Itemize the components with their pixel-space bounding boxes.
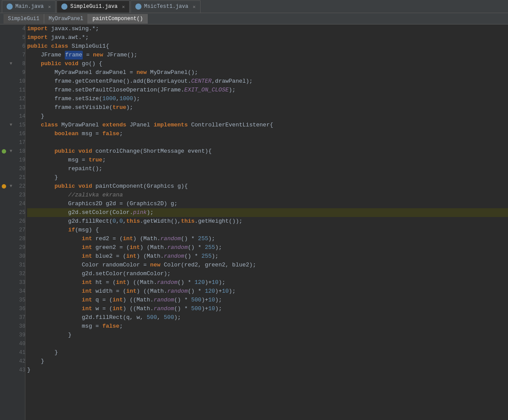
code-line: boolean msg = false;: [27, 130, 508, 138]
code-line: class MyDrawPanel extends JPanel impleme…: [27, 121, 508, 130]
gutter-row: 6: [0, 42, 25, 51]
line-number: 10: [14, 77, 25, 86]
gutter-row: 25: [0, 208, 25, 217]
line-number: 40: [14, 340, 25, 348]
gutter-row: 4: [0, 24, 25, 33]
gutter-row: 10: [0, 77, 25, 86]
code-line: public void controlChange(ShortMessage e…: [27, 147, 508, 156]
line-number: 22: [14, 182, 25, 191]
line-number: 12: [14, 94, 25, 103]
code-line: g2d.fillRect(q, w, 500, 500);: [27, 313, 508, 322]
gutter-row: 16: [0, 130, 25, 138]
fold-arrow[interactable]: ▼: [10, 147, 12, 156]
code-line: [27, 340, 508, 348]
code-line: int q = (int) ((Math.random() * 500)+10)…: [27, 296, 508, 304]
gutter-row: 30: [0, 252, 25, 261]
editor-container: 4567▼891011121314▼151617▼18192021▼222324…: [0, 24, 508, 420]
line-number: 7: [14, 51, 25, 60]
code-line: public class SimpleGui1{: [27, 42, 508, 51]
line-numbers-gutter: 4567▼891011121314▼151617▼18192021▼222324…: [0, 24, 25, 420]
line-number: 4: [14, 24, 25, 33]
line-number: 25: [14, 208, 25, 217]
gutter-row: 7: [0, 51, 25, 60]
code-line: int w = (int) ((Math.random() * 500)+10)…: [27, 304, 508, 313]
breadcrumb-mydrawpanel[interactable]: MyDrawPanel: [44, 14, 88, 24]
line-number: 37: [14, 313, 25, 322]
fold-arrow[interactable]: ▼: [10, 121, 12, 130]
line-number: 31: [14, 261, 25, 270]
tab-simplegui[interactable]: SimpleGui1.java ✕: [56, 0, 130, 13]
gutter-row: 19: [0, 156, 25, 164]
tab-main[interactable]: Main.java ✕: [2, 0, 56, 13]
code-line: public void go() {: [27, 60, 508, 68]
gutter-row: 39: [0, 331, 25, 340]
line-number: 14: [14, 112, 25, 121]
tab-close-main[interactable]: ✕: [48, 4, 51, 10]
gutter-row: ▼18: [0, 147, 25, 156]
gutter-row: 11: [0, 86, 25, 94]
code-line: g2d.setColor(randomColor);: [27, 270, 508, 278]
tab-icon-main: [7, 4, 13, 10]
gutter-row: 35: [0, 296, 25, 304]
code-line: g2d.fillRect(0,0,this.getWidth(),this.ge…: [27, 217, 508, 226]
code-line: frame.setVisible(true);: [27, 103, 508, 112]
ide-window: Main.java ✕ SimpleGui1.java ✕ MsicTest1.…: [0, 0, 508, 420]
code-line: }: [27, 348, 508, 357]
gutter-row: ▼8: [0, 60, 25, 68]
code-line: }: [27, 173, 508, 182]
line-number: 19: [14, 156, 25, 164]
code-line: frame.getContentPane().add(BorderLayout.…: [27, 77, 508, 86]
line-number: 16: [14, 130, 25, 138]
gutter-row: 34: [0, 287, 25, 296]
code-line: import javax.swing.*;: [27, 24, 508, 33]
fold-arrow[interactable]: ▼: [10, 182, 12, 191]
code-line: }: [27, 357, 508, 366]
gutter-row: 31: [0, 261, 25, 270]
breadcrumb-paintcomponent[interactable]: paintComponent(): [88, 14, 148, 24]
line-number: 43: [14, 366, 25, 374]
line-number: 9: [14, 68, 25, 77]
gutter-row: 12: [0, 94, 25, 103]
gutter-row: 5: [0, 33, 25, 42]
line-number: 30: [14, 252, 25, 261]
fold-arrow[interactable]: ▼: [10, 60, 12, 68]
gutter-row: 20: [0, 164, 25, 173]
line-number: 20: [14, 164, 25, 173]
code-line: Graphics2D g2d = (Graphics2D) g;: [27, 200, 508, 208]
gutter-row: 32: [0, 270, 25, 278]
line-number: 8: [14, 60, 25, 68]
code-editor[interactable]: 4567▼891011121314▼151617▼18192021▼222324…: [0, 24, 508, 420]
gutter-row: 40: [0, 340, 25, 348]
gutter-row: 17: [0, 138, 25, 147]
line-number: 36: [14, 304, 25, 313]
gutter-row: 33: [0, 278, 25, 287]
code-line: Color randomColor = new Color(red2, gree…: [27, 261, 508, 270]
line-number: 13: [14, 103, 25, 112]
line-number: 23: [14, 191, 25, 200]
tab-msictest[interactable]: MsicTest1.java ✕: [131, 0, 200, 13]
line-number: 24: [14, 200, 25, 208]
line-number: 26: [14, 217, 25, 226]
code-line: }: [27, 112, 508, 121]
code-line: repaint();: [27, 164, 508, 173]
code-line: }: [27, 366, 508, 374]
code-line: MyDrawPanel drawPanel = new MyDrawPanel(…: [27, 68, 508, 77]
breadcrumb-simplegui1[interactable]: SimpleGui1: [4, 14, 44, 24]
code-line: int width = (int) ((Math.random() * 120)…: [27, 287, 508, 296]
tab-icon-msictest: [135, 4, 141, 10]
code-line: //zalivka ekrana: [27, 191, 508, 200]
tab-close-msictest[interactable]: ✕: [193, 4, 196, 10]
line-number: 11: [14, 86, 25, 94]
line-number: 21: [14, 173, 25, 182]
line-number: 33: [14, 278, 25, 287]
gutter-row: 41: [0, 348, 25, 357]
line-number: 42: [14, 357, 25, 366]
code-line: int green2 = (int) (Math.random() * 255)…: [27, 243, 508, 252]
gutter-row: 29: [0, 243, 25, 252]
breadcrumb-bar: SimpleGui1 MyDrawPanel paintComponent(): [0, 13, 508, 24]
tab-close-simplegui[interactable]: ✕: [122, 4, 125, 10]
code-line: frame.setDefaultCloseOperation(JFrame.EX…: [27, 86, 508, 94]
gutter-row: 23: [0, 191, 25, 200]
code-line: public void paintComponent(Graphics g){: [27, 182, 508, 191]
line-number: 28: [14, 234, 25, 243]
